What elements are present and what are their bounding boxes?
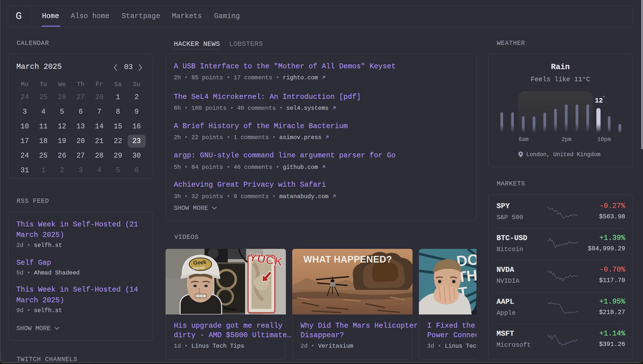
- svg-text:WHAT HAPPENED?: WHAT HAPPENED?: [303, 254, 392, 264]
